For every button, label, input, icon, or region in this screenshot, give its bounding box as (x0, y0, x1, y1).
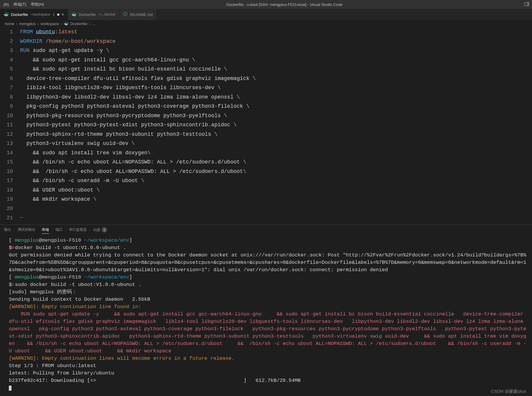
panel-tab-串行监视器[interactable]: 串行监视器 (69, 226, 87, 233)
title-bar: (R) 终端(T) 帮助(H) Dockerfile - u-boot [SSH… (0, 0, 532, 9)
svg-rect-4 (125, 13, 126, 14)
breadcrumb-segment[interactable]: ... (92, 22, 95, 26)
panel-tab-终端[interactable]: 终端 (42, 226, 49, 234)
tab-detail: ~/.../docker (98, 12, 116, 17)
menu-item-help[interactable]: 帮助(H) (29, 1, 46, 8)
menu-item-terminal[interactable]: 终端(T) (11, 1, 29, 8)
tab-label: Dockerfile (79, 12, 96, 17)
bottom-panel: 输出调试控制台终端端口串行监视器问题1 [ mengplus@mengplus-… (0, 225, 532, 396)
layout-toggle-icon[interactable] (523, 1, 531, 9)
breadcrumb-segment[interactable]: workspace (41, 22, 59, 26)
terminal-cursor (9, 386, 12, 391)
panel-tab-输出[interactable]: 输出 (4, 226, 11, 233)
chevron-right-icon: › (16, 22, 17, 26)
chevron-right-icon: › (61, 22, 62, 26)
breadcrumb[interactable]: home›mengplus›workspace›🐳Dockerfile›... (0, 20, 532, 27)
line-gutter: 123456789101112131415161718192021 (0, 27, 20, 223)
docker-icon: 🐳 (64, 22, 68, 26)
svg-rect-3 (125, 14, 126, 15)
svg-rect-1 (527, 2, 529, 6)
code-area[interactable]: FROM ubuntu:latestWORKDIR /home/u-boot/w… (20, 27, 532, 223)
tab-count: 1 (53, 12, 55, 17)
chevron-right-icon: › (89, 22, 90, 26)
panel-tab-问题[interactable]: 问题1 (93, 226, 107, 234)
panel-tab-端口[interactable]: 端口 (55, 226, 63, 233)
breadcrumb-segment[interactable]: mengplus (19, 22, 36, 26)
tab-label: README.md (130, 12, 152, 17)
error-dot-icon: ⊘ (11, 244, 14, 251)
panel-tabs: 输出调试控制台终端端口串行监视器问题1 (0, 225, 532, 235)
docker-icon: 🐳 (4, 12, 9, 17)
tab-label: Dockerfile (11, 12, 28, 17)
breadcrumb-segment[interactable]: home (5, 22, 14, 26)
terminal-content[interactable]: [ mengplus@mengplus-F510 ~/workspace/env… (0, 235, 532, 396)
watermark: CSDN @蒙蒙plus (491, 389, 526, 394)
editor-tabs: 🐳Dockerfile~/workspace1×🐳Dockerfile~/...… (0, 9, 532, 20)
breadcrumb-segment[interactable]: Dockerfile (70, 22, 87, 26)
tab-0[interactable]: 🐳Dockerfile~/workspace1× (0, 9, 68, 20)
tab-detail: ~/workspace (30, 12, 50, 17)
editor[interactable]: 123456789101112131415161718192021 FROM u… (0, 27, 532, 225)
modified-dot-icon (57, 14, 59, 16)
circle-icon: ○ (11, 281, 14, 288)
badge: 1 (102, 227, 107, 233)
tab-2[interactable]: README.md (119, 9, 156, 20)
menu-item-r[interactable]: (R) (1, 1, 11, 8)
docker-icon: 🐳 (71, 12, 76, 17)
window-title: Dockerfile - u-boot [SSH: mengplus-F510.… (46, 2, 523, 7)
tab-1[interactable]: 🐳Dockerfile~/.../docker (68, 9, 120, 20)
chevron-right-icon: › (37, 22, 39, 26)
info-icon (123, 12, 127, 17)
close-icon[interactable]: × (62, 12, 64, 17)
panel-tab-调试控制台[interactable]: 调试控制台 (18, 226, 35, 233)
